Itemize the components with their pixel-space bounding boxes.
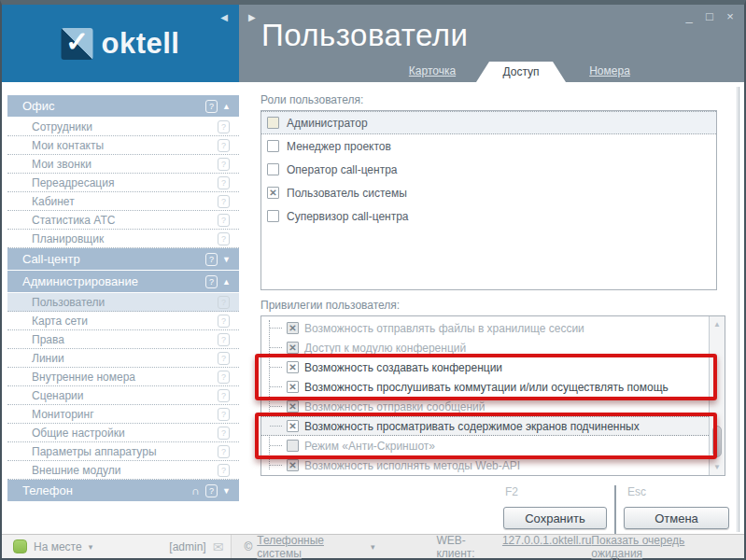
sidebar-item-statistika-ats[interactable]: Статистика АТС?	[7, 211, 239, 230]
checkbox-unchecked[interactable]	[267, 163, 279, 175]
help-icon[interactable]: ?	[218, 176, 230, 189]
sidebar-item-parametry-apparatury[interactable]: Параметры аппаратуры?	[7, 442, 239, 461]
sidebar-item-prava[interactable]: Права?	[7, 330, 239, 349]
item-label: Переадресация	[32, 176, 114, 189]
sidebar-section-callcenter[interactable]: Call-центр ? ▼	[7, 248, 239, 270]
checkbox-unchecked[interactable]	[267, 210, 279, 222]
privilege-row-create-conferences[interactable]: ✕ Возможность создавать конференции	[261, 357, 709, 377]
checkbox-checked[interactable]: ✕	[287, 459, 299, 471]
help-icon[interactable]: ?	[218, 445, 230, 458]
chevron-down-icon[interactable]: ▼	[218, 486, 231, 496]
privilege-row-view-screens[interactable]: ✕ Возможность просматривать содержимое э…	[261, 416, 709, 436]
privilege-row[interactable]: ✕ Возможность отправлять файлы в хранили…	[261, 318, 709, 338]
checkbox-checked[interactable]: ✕	[287, 361, 299, 373]
checkbox-unchecked[interactable]	[267, 140, 279, 152]
checkbox-unchecked[interactable]	[287, 440, 299, 452]
help-icon[interactable]: ?	[205, 484, 218, 497]
chevron-up-icon[interactable]: ▲	[218, 102, 231, 111]
item-label: Внешние модули	[32, 464, 120, 477]
sidebar-item-scenarii[interactable]: Сценарии?	[7, 386, 239, 405]
footer-divider	[614, 485, 616, 534]
sidebar-item-sotrudniki[interactable]: Сотрудники?	[7, 118, 239, 136]
headphones-icon[interactable]: ∩	[191, 484, 200, 497]
close-icon[interactable]: ×	[724, 9, 737, 23]
sidebar-item-pereadresaciya[interactable]: Переадресация?	[7, 174, 239, 192]
role-row-system-user[interactable]: ✕ Пользователь системы	[261, 181, 716, 204]
checkbox-checked[interactable]: ✕	[267, 187, 279, 199]
checkbox-checked[interactable]: ✕	[287, 322, 299, 334]
help-icon[interactable]: ?	[205, 275, 218, 288]
tab-dostup[interactable]: Доступ	[476, 62, 566, 82]
tab-kartochka[interactable]: Карточка	[390, 64, 474, 82]
sidebar-item-linii[interactable]: Линии?	[7, 349, 239, 368]
role-row-operator[interactable]: Оператор call-центра	[261, 158, 716, 181]
help-icon[interactable]: ?	[218, 333, 230, 346]
help-icon[interactable]: ?	[218, 139, 230, 152]
sidebar-section-administrirovanie[interactable]: Администрирование ? ▲	[7, 271, 239, 292]
help-icon[interactable]: ?	[218, 120, 230, 133]
help-icon[interactable]: ?	[205, 253, 218, 266]
help-icon[interactable]: ?	[218, 464, 230, 477]
tab-nomera[interactable]: Номера	[568, 64, 652, 82]
privilege-row[interactable]: ✕ Возможность отправки сообщений	[261, 397, 709, 416]
caret-down-icon[interactable]: ▾	[89, 542, 93, 552]
role-row-supervisor[interactable]: Супервизор call-центра	[261, 204, 716, 228]
checkbox-checked[interactable]: ✕	[287, 342, 299, 354]
privilege-row[interactable]: ✕ Возможность исполнять методы Web-API	[261, 455, 709, 475]
help-icon[interactable]: ?	[218, 158, 230, 171]
help-icon[interactable]: ?	[218, 389, 230, 402]
checkbox-checked[interactable]: ✕	[287, 381, 299, 393]
item-label: Статистика АТС	[32, 214, 115, 227]
help-icon[interactable]: ?	[218, 352, 230, 365]
sidebar-item-monitoring[interactable]: Мониторинг?	[7, 405, 239, 424]
sidebar-item-vneshnie-moduli[interactable]: Внешние модули?	[7, 461, 239, 480]
copyright-sign: ©	[244, 540, 252, 553]
scrollbar-thumb[interactable]	[712, 426, 722, 457]
help-icon[interactable]: ?	[205, 100, 218, 113]
save-button[interactable]: Сохранить	[503, 507, 607, 529]
sidebar-item-karta-seti[interactable]: Карта сети?	[7, 312, 239, 330]
chevron-up-icon[interactable]: ▲	[218, 277, 231, 287]
presence-label[interactable]: На месте	[34, 540, 82, 553]
sidebar-section-telefon[interactable]: Телефон ∩ ? ▼	[7, 480, 239, 501]
privilege-row-listen-commutations[interactable]: ✕ Возможность прослушивать коммутации и/…	[261, 377, 709, 397]
sidebar-item-obschie-nastroyki[interactable]: Общие настройки?	[7, 424, 239, 442]
checkbox-checked[interactable]: ✕	[287, 400, 299, 413]
expand-panel-icon[interactable]: ▶	[248, 12, 256, 22]
sidebar-item-vnutrennie-nomera[interactable]: Внутренние номера?	[7, 368, 239, 386]
sidebar-item-polzovateli[interactable]: Пользователи?	[7, 293, 239, 312]
role-row-administrator[interactable]: Администратор	[261, 111, 716, 134]
collapse-sidebar-icon[interactable]: ◀	[220, 12, 228, 22]
checkbox-unchecked[interactable]	[267, 117, 279, 129]
scroll-up-icon[interactable]: ▲	[710, 317, 725, 331]
sidebar-item-moi-zvonki[interactable]: Мои звонки?	[7, 155, 239, 174]
help-icon[interactable]: ?	[218, 296, 230, 309]
role-label: Супервизор call-центра	[287, 210, 409, 223]
privilege-label: Возможность отправки сообщений	[304, 400, 485, 413]
checkbox-checked[interactable]: ✕	[287, 420, 299, 432]
privilege-row-anti-screenshot[interactable]: Режим «Анти-Скриншот»	[261, 436, 709, 455]
help-icon[interactable]: ?	[218, 371, 230, 384]
presence-status-icon[interactable]	[13, 539, 27, 553]
help-icon[interactable]: ?	[218, 214, 230, 227]
maximize-icon[interactable]: □	[703, 9, 716, 23]
tab-bar: Карточка Доступ Номера	[390, 62, 652, 82]
caret-down-icon[interactable]: ▾	[371, 542, 375, 552]
sidebar-item-planirovschik[interactable]: Планировщик?	[7, 230, 239, 248]
minimize-icon[interactable]: _	[683, 9, 696, 23]
sidebar-item-kabinet[interactable]: Кабинет?	[7, 192, 239, 211]
help-icon[interactable]: ?	[218, 315, 230, 328]
cancel-button[interactable]: Отмена	[624, 507, 729, 529]
envelope-icon[interactable]: ✉	[213, 539, 224, 554]
help-icon[interactable]: ?	[218, 408, 230, 421]
privilege-row[interactable]: ✕ Доступ к модулю конференций	[261, 338, 709, 357]
chevron-down-icon[interactable]: ▼	[218, 255, 231, 264]
sidebar-section-office[interactable]: Офис ? ▲	[7, 95, 239, 117]
help-icon[interactable]: ?	[218, 195, 230, 208]
sidebar-item-moi-kontakty[interactable]: Мои контакты?	[7, 136, 239, 155]
role-row-manager[interactable]: Менеджер проектов	[261, 134, 716, 158]
scroll-down-icon[interactable]: ▼	[710, 460, 725, 474]
help-icon[interactable]: ?	[218, 427, 230, 440]
scrollbar[interactable]: ▲ ▼	[709, 316, 725, 475]
help-icon[interactable]: ?	[218, 232, 230, 245]
